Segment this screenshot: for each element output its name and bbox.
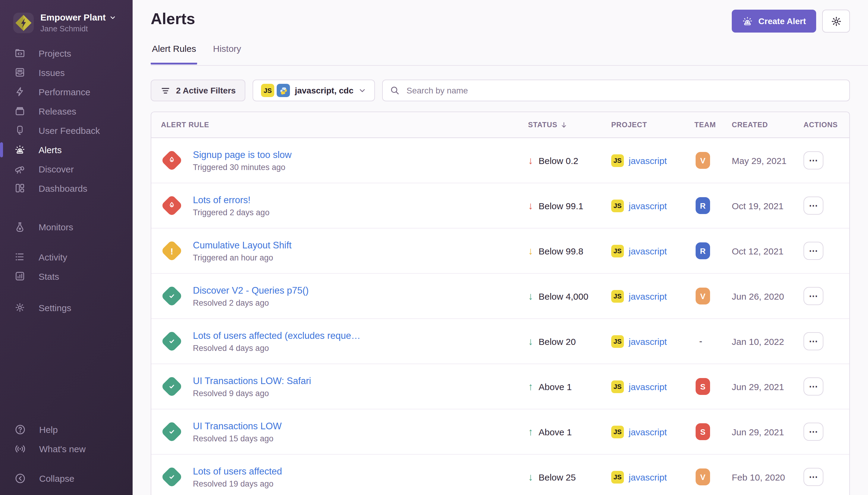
alert-rule-link[interactable]: Lots of errors!	[193, 194, 528, 205]
alert-rule-link[interactable]: Lots of users affected	[193, 466, 528, 477]
check-icon	[167, 382, 177, 391]
ellipsis-icon: ⋯	[809, 472, 818, 482]
sidebar-item-activity[interactable]: Activity	[0, 247, 133, 267]
sidebar-item-alerts[interactable]: Alerts	[0, 140, 133, 159]
project-link[interactable]: javascript	[629, 155, 667, 166]
org-name: Empower Plant	[40, 12, 106, 22]
sidebar-group: Settings	[0, 298, 133, 317]
active-filters-button[interactable]: 2 Active Filters	[151, 80, 245, 101]
sidebar-item-performance[interactable]: Performance	[0, 82, 133, 101]
row-actions-button[interactable]: ⋯	[803, 287, 823, 305]
sidebar-item-collapse[interactable]: Collapse	[0, 468, 133, 488]
sidebar-item-stats[interactable]: Stats	[0, 267, 133, 286]
row-actions-button[interactable]: ⋯	[803, 423, 823, 441]
row-actions-button[interactable]: ⋯	[803, 468, 823, 486]
sidebar-item-discover[interactable]: Discover	[0, 159, 133, 178]
project-link[interactable]: javascript	[629, 291, 667, 301]
sidebar-item-dashboards[interactable]: Dashboards	[0, 178, 133, 198]
row-actions-button[interactable]: ⋯	[803, 197, 823, 215]
alert-critical-icon	[161, 149, 183, 172]
sidebar-item-projects[interactable]: Projects	[0, 44, 133, 63]
row-actions-button[interactable]: ⋯	[803, 242, 823, 260]
status-cell: ↓Below 4,000	[528, 291, 611, 301]
filter-lines-icon	[160, 85, 171, 96]
arrow-up-icon: ↑	[528, 427, 533, 437]
status-cell: ↑Above 1	[528, 427, 611, 437]
project-selector[interactable]: JS javascript, cdc	[253, 80, 375, 101]
sidebar-item-label: Monitors	[39, 222, 73, 232]
project-link[interactable]: javascript	[629, 381, 667, 392]
ellipsis-icon: ⋯	[809, 336, 818, 347]
created-date: Oct 19, 2021	[732, 201, 803, 211]
status-label: Above 1	[539, 381, 572, 392]
alert-resolved-icon	[161, 421, 183, 443]
project-link[interactable]: javascript	[629, 246, 667, 256]
js-badge: JS	[611, 425, 624, 438]
dashboards-icon	[15, 183, 25, 193]
ellipsis-icon: ⋯	[809, 200, 818, 211]
help-icon	[15, 424, 26, 435]
sidebar-group: ActivityStats	[0, 247, 133, 286]
status-cell: ↓Below 20	[528, 336, 611, 346]
exclamation-icon: !	[170, 246, 173, 255]
settings-button[interactable]	[822, 10, 850, 33]
ellipsis-icon: ⋯	[809, 291, 818, 302]
sidebar-item-label: Collapse	[39, 473, 74, 483]
monitors-icon	[15, 221, 25, 232]
row-actions-button[interactable]: ⋯	[803, 377, 823, 395]
sort-arrow-down-icon	[560, 121, 568, 129]
status-cell: ↑Above 1	[528, 381, 611, 392]
team-badge: V	[696, 288, 710, 305]
settings-icon	[15, 302, 25, 313]
sidebar-item-user-feedback[interactable]: User Feedback	[0, 121, 133, 140]
project-link[interactable]: javascript	[629, 427, 667, 437]
check-icon	[167, 427, 177, 437]
created-date: Jun 29, 2021	[732, 381, 803, 392]
arrow-down-icon: ↓	[528, 336, 533, 346]
alert-rule-link[interactable]: Signup page is too slow	[193, 149, 528, 160]
check-icon	[167, 472, 177, 482]
flame-icon	[167, 201, 177, 210]
sidebar-item-releases[interactable]: Releases	[0, 101, 133, 121]
arrow-down-icon: ↓	[528, 155, 533, 166]
sidebar-group: Monitors	[0, 217, 133, 236]
sidebar-item-settings[interactable]: Settings	[0, 298, 133, 317]
search-input[interactable]	[405, 85, 842, 96]
create-alert-button[interactable]: Create Alert	[732, 10, 816, 33]
org-switcher[interactable]: Empower Plant Jane Schmidt	[0, 0, 133, 33]
performance-icon	[15, 86, 25, 97]
sidebar-item-what-s-new[interactable]: What's new	[0, 439, 133, 458]
alert-rule-row: Signup page is too slowTriggered 30 minu…	[151, 138, 849, 183]
alert-rule-link[interactable]: Discover V2 - Queries p75()	[193, 285, 528, 296]
main-content: Alerts Create Alert Alert Rules History …	[133, 0, 868, 495]
status-label: Below 99.1	[539, 201, 583, 211]
column-status[interactable]: STATUS	[528, 121, 611, 129]
sidebar-item-help[interactable]: Help	[0, 420, 133, 439]
project-link[interactable]: javascript	[629, 472, 667, 482]
tab-history[interactable]: History	[212, 44, 242, 65]
tab-alert-rules[interactable]: Alert Rules	[151, 44, 197, 65]
team-badge: V	[696, 152, 710, 169]
project-link[interactable]: javascript	[629, 336, 667, 346]
alert-rule-link[interactable]: Cumulative Layout Shift	[193, 240, 528, 251]
team-badge: V	[696, 468, 710, 485]
row-actions-button[interactable]: ⋯	[803, 332, 823, 350]
alert-rule-subtitle: Triggered an hour ago	[193, 253, 528, 262]
app: Empower Plant Jane Schmidt ProjectsIssue…	[0, 0, 868, 495]
flame-icon	[167, 156, 177, 165]
arrow-down-icon: ↓	[528, 201, 533, 211]
sidebar-item-monitors[interactable]: Monitors	[0, 217, 133, 236]
sidebar-item-issues[interactable]: Issues	[0, 63, 133, 82]
sidebar-item-label: Activity	[39, 252, 67, 262]
created-date: Jun 26, 2020	[732, 291, 803, 301]
created-date: Jan 10, 2022	[732, 336, 803, 346]
project-link[interactable]: javascript	[629, 201, 667, 211]
row-actions-button[interactable]: ⋯	[803, 151, 823, 169]
sidebar-item-label: Performance	[39, 86, 90, 97]
alert-rule-link[interactable]: UI Transactions LOW: Safari	[193, 375, 528, 386]
js-badge: JS	[611, 154, 624, 167]
alert-rule-link[interactable]: UI Transactions LOW	[193, 421, 528, 431]
alert-rule-link[interactable]: Lots of users affected (excludes reque…	[193, 330, 528, 341]
column-project: PROJECT	[611, 121, 694, 129]
sidebar-item-label: Alerts	[39, 144, 62, 155]
